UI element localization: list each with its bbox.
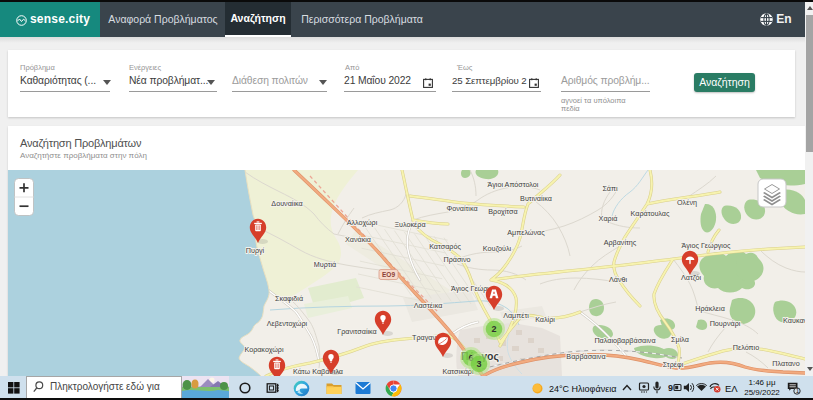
svg-text:2: 2 [491, 324, 496, 334]
svg-text:Σκαφιδιά: Σκαφιδιά [275, 294, 303, 303]
svg-text:Ηράκλεια: Ηράκλεια [695, 304, 725, 313]
svg-text:Άγιος Γεώργ: Άγιος Γεώργ [451, 284, 491, 293]
svg-text:Φοναίτικα: Φοναίτικα [446, 204, 477, 213]
svg-text:Σμίλα: Σμίλα [671, 335, 689, 344]
svg-text:Σάπι: Σάπι [602, 184, 618, 193]
svg-text:3: 3 [476, 359, 481, 369]
svg-text:Πελόπιο: Πελόπιο [733, 343, 759, 352]
svg-text:Λάνθι: Λάνθι [609, 275, 628, 284]
svg-text:Βαρβάσαινα: Βαρβάσαινα [566, 352, 605, 361]
svg-text:Πουρνάρι: Πουρνάρι [710, 319, 741, 328]
svg-text:Ξυλοκέρα: Ξυλοκέρα [394, 220, 425, 229]
svg-text:Αλλοχώρι: Αλλοχώρι [347, 218, 378, 227]
svg-text:Χαριά: Χαριά [599, 214, 618, 223]
svg-text:Γρανιτσαίικα: Γρανιτσαίικα [337, 327, 377, 336]
svg-text:Βροχίτσα: Βροχίτσα [488, 207, 517, 216]
svg-text:Δουναίικα: Δουναίικα [271, 199, 302, 208]
svg-text:Χανάκια: Χανάκια [345, 235, 371, 244]
svg-text:Καράτουλας: Καράτουλας [631, 209, 670, 218]
svg-text:Αρβανίτης: Αρβανίτης [604, 238, 637, 247]
svg-text:Πράσινο: Πράσινο [443, 255, 470, 264]
svg-text:Άγιος Γεώργιος: Άγιος Γεώργιος [682, 241, 731, 250]
svg-text:Αμπελώνας: Αμπελώνας [507, 228, 545, 237]
svg-text:Κατσαρός: Κατσαρός [429, 242, 461, 251]
svg-text:Παλαιοβαρβάσαινα: Παλαιοβαρβάσαινα [594, 336, 655, 345]
svg-text:Πυργί: Πυργί [246, 246, 265, 255]
svg-text:EO9: EO9 [382, 271, 395, 278]
svg-text:1: 1 [796, 387, 800, 394]
svg-text:Στρέφι: Στρέφι [663, 360, 684, 369]
svg-text:Καυκανιά: Καυκανιά [783, 316, 805, 325]
svg-text:Καλίρι: Καλίρι [535, 315, 555, 324]
svg-text:Βυτιναίικα: Βυτιναίικα [520, 194, 552, 203]
svg-text:9: 9 [668, 383, 673, 392]
svg-text:Λαμπέτι: Λαμπέτι [503, 311, 529, 320]
svg-text:Κορακοχώρι: Κορακοχώρι [244, 345, 284, 354]
svg-text:Κουζούλι: Κουζούλι [483, 244, 512, 253]
svg-text:Μυρτιά: Μυρτιά [314, 260, 337, 269]
svg-text:Λαστέικα: Λαστέικα [414, 301, 443, 310]
svg-text:Ολένη: Ολένη [677, 198, 697, 207]
svg-text:Λεβεντοχώρι: Λεβεντοχώρι [267, 319, 308, 328]
svg-text:Πλατανο: Πλατανο [772, 359, 799, 368]
svg-text:Άγιοι Απόστολοι: Άγιοι Απόστολοι [488, 180, 539, 189]
